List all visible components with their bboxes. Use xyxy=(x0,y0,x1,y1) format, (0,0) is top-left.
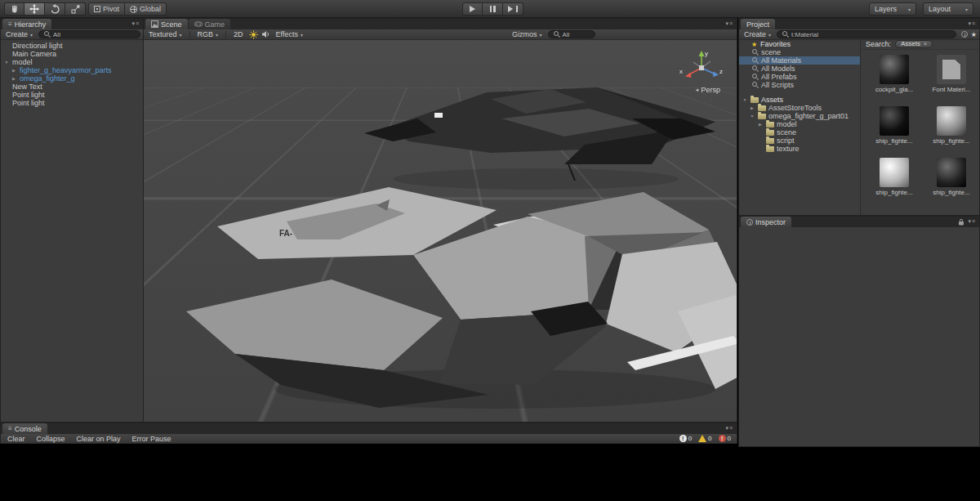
hand-icon xyxy=(10,4,20,14)
favorite-search-icon[interactable]: ★ xyxy=(971,31,977,38)
chevron-down-icon: ▾ xyxy=(30,32,33,38)
clear-on-play-button[interactable]: Clear on Play xyxy=(73,434,125,443)
chevron-down-icon: ▾ xyxy=(965,7,968,12)
assets-header[interactable]: ▼ Assets xyxy=(739,96,860,104)
scene-tab[interactable]: Scene xyxy=(145,19,188,29)
render-mode-dropdown[interactable]: RGB ▾ xyxy=(195,29,221,39)
pivot-icon xyxy=(94,6,100,12)
layout-label: Layout xyxy=(929,5,951,13)
favorite-item-all-scripts[interactable]: All Scripts xyxy=(739,81,860,89)
error-pause-button[interactable]: Error Pause xyxy=(128,434,176,443)
scene-viewport[interactable]: FA- y x z ◄ Persp xyxy=(144,40,737,422)
global-toggle-button[interactable]: Global xyxy=(125,2,167,16)
console-tab[interactable]: ≡ Console xyxy=(2,423,47,434)
pause-button[interactable] xyxy=(483,2,503,16)
folder-scene[interactable]: scene xyxy=(739,128,860,136)
hierarchy-item-omega-fighter-g[interactable]: ▶omega_fighter_g xyxy=(1,74,143,83)
gizmos-dropdown[interactable]: Gizmos ▾ xyxy=(510,29,545,39)
step-button[interactable] xyxy=(503,2,523,16)
panel-menu-icon[interactable]: ▾≡ xyxy=(131,20,140,27)
warning-count-toggle[interactable]: 0 xyxy=(698,435,711,442)
project-search-field[interactable]: t:Material xyxy=(777,30,956,38)
hierarchy-item-fighter-g-heavyarmor-parts[interactable]: ▶fighter_g_heavyarmor_parts xyxy=(1,66,143,74)
panel-menu-icon[interactable]: ▾≡ xyxy=(725,425,733,432)
2d-toggle-button[interactable]: 2D xyxy=(231,29,246,39)
asset-thumbnail-ship-fighter-1[interactable]: ship_fighte... xyxy=(869,106,920,145)
hierarchy-item-model[interactable]: ▼model xyxy=(1,58,143,66)
inspector-tab[interactable]: Inspector xyxy=(741,217,791,227)
layers-dropdown[interactable]: Layers ▾ xyxy=(869,2,916,16)
panel-menu-icon[interactable]: ▾≡ xyxy=(725,20,733,27)
favorite-item-all-prefabs[interactable]: All Prefabs xyxy=(739,73,860,81)
hierarchy-search-field[interactable]: All xyxy=(38,30,140,38)
asset-thumbnail-ship-fighter-3[interactable]: ship_fighte... xyxy=(869,158,920,196)
create-menu-button[interactable]: Create ▾ xyxy=(3,29,35,39)
expand-arrow-icon[interactable]: ▶ xyxy=(757,122,764,127)
x-axis-label: x xyxy=(679,68,683,75)
clear-button[interactable]: Clear xyxy=(3,434,29,443)
collapse-button[interactable]: Collapse xyxy=(33,434,69,443)
projection-toggle[interactable]: ◄ Persp xyxy=(695,86,720,94)
item-label: Main Camera xyxy=(12,50,56,58)
search-icon xyxy=(752,82,759,88)
expand-arrow-icon[interactable]: ▼ xyxy=(3,60,10,65)
folder-texture[interactable]: texture xyxy=(739,145,860,153)
search-filter-chip[interactable]: Assets × xyxy=(895,40,933,48)
hierarchy-item-directional-light[interactable]: Directional light xyxy=(1,42,143,50)
shading-mode-label: Textured xyxy=(149,30,177,38)
star-icon: ★ xyxy=(751,41,758,48)
item-label: New Text xyxy=(12,83,42,91)
expand-arrow-icon[interactable]: ▼ xyxy=(749,114,755,119)
pivot-toggle-button[interactable]: Pivot xyxy=(88,2,125,16)
lighting-toggle-icon[interactable] xyxy=(249,30,258,39)
search-scope-label: All xyxy=(563,31,570,38)
info-count-toggle[interactable]: ! 0 xyxy=(679,435,692,442)
folder-assetstoretools[interactable]: ▶AssetStoreTools xyxy=(739,104,860,112)
hierarchy-item-main-camera[interactable]: Main Camera xyxy=(1,50,143,58)
favorites-header[interactable]: ★ Favorites xyxy=(739,40,860,48)
favorite-item-scene[interactable]: scene xyxy=(739,48,860,56)
audio-toggle-icon[interactable] xyxy=(261,30,270,38)
hierarchy-item-new-text[interactable]: New Text xyxy=(1,83,143,91)
rotate-tool-button[interactable] xyxy=(45,2,65,16)
hierarchy-tab[interactable]: ≡ Hierarchy xyxy=(2,19,51,29)
asset-thumbnail-font-material[interactable]: Font Materi... xyxy=(926,55,977,93)
expand-arrow-icon[interactable]: ▶ xyxy=(11,68,17,73)
hand-tool-button[interactable] xyxy=(4,2,24,16)
expand-arrow-icon[interactable]: ▶ xyxy=(749,105,755,110)
lock-icon[interactable] xyxy=(958,218,964,226)
asset-thumbnail-ship-fighter-2[interactable]: ship_fighte... xyxy=(926,106,977,145)
effects-dropdown[interactable]: Effects ▾ xyxy=(274,29,305,39)
hierarchy-item-point-light-2[interactable]: Point light xyxy=(1,99,143,107)
play-button[interactable] xyxy=(462,2,483,16)
asset-thumbnail-ship-fighter-4[interactable]: ship_fighte... xyxy=(926,158,977,196)
favorite-item-all-materials[interactable]: All Materials xyxy=(739,56,860,65)
scale-tool-button[interactable] xyxy=(65,2,86,16)
move-tool-button[interactable] xyxy=(24,2,45,16)
folder-model[interactable]: ▶model xyxy=(739,120,860,128)
search-by-type-icon[interactable] xyxy=(961,31,968,38)
favorite-item-all-models[interactable]: All Models xyxy=(739,65,860,73)
chevron-down-icon: ▾ xyxy=(301,32,303,38)
shading-mode-dropdown[interactable]: Textured ▾ xyxy=(146,29,185,39)
folder-omega-fighter-g-part01[interactable]: ▼omega_fighter_g_part01 xyxy=(739,112,860,120)
expand-arrow-icon[interactable]: ▼ xyxy=(742,97,748,102)
hierarchy-item-point-light-1[interactable]: Point light xyxy=(1,91,143,99)
asset-thumbnail-cockpit-glass[interactable]: cockpit_gla... xyxy=(869,55,920,93)
scene-search-field[interactable]: All xyxy=(548,30,595,38)
project-tab[interactable]: Project xyxy=(741,19,775,29)
scene-orientation-gizmo[interactable]: y x z xyxy=(678,48,725,87)
panel-menu-icon[interactable]: ▾≡ xyxy=(968,218,976,225)
spaceship-light-model[interactable]: FA- xyxy=(186,187,737,409)
game-tab-label: Game xyxy=(205,20,225,29)
expand-arrow-icon[interactable]: ▶ xyxy=(11,76,17,81)
panel-menu-icon[interactable]: ▾≡ xyxy=(968,20,976,27)
game-tab[interactable]: Game xyxy=(189,19,231,29)
folder-script[interactable]: script xyxy=(739,136,860,145)
spaceship-dark-model[interactable] xyxy=(364,87,715,190)
layout-dropdown[interactable]: Layout ▾ xyxy=(923,2,973,16)
search-scope-label: All xyxy=(53,31,60,38)
search-icon xyxy=(44,31,51,38)
close-icon[interactable]: × xyxy=(924,41,927,47)
error-count-toggle[interactable]: ! 0 xyxy=(719,435,731,442)
